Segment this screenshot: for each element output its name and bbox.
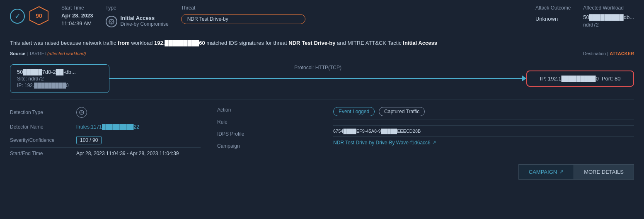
action-label: Action xyxy=(217,107,259,113)
source-section-label: Source | TARGET(affected workload) xyxy=(10,51,86,56)
type-main: Initial Access xyxy=(121,15,169,21)
idps-value-row: 6754████EF9-45A8-9█████EEECD28B xyxy=(333,126,634,137)
campaign-button[interactable]: CAMPAIGN ↗ xyxy=(518,164,574,180)
dest-section-label: Destination | ATTACKER xyxy=(583,51,634,56)
protocol-label: Protocol: xyxy=(294,65,314,71)
type-sub: Drive-by Compromise xyxy=(121,21,169,27)
idps-row: IDPS Profile xyxy=(217,128,325,140)
check-icon: ✓ xyxy=(10,9,25,24)
svg-point-3 xyxy=(111,21,112,22)
severity-label: Severity/Confidence xyxy=(10,137,76,143)
rule-label: Rule xyxy=(217,119,259,125)
attack-outcome-label: Attack Outcome xyxy=(535,5,571,11)
start-end-value: Apr 28, 2023 11:04:39 - Apr 28, 2023 11:… xyxy=(76,151,179,156)
action-column: Action Rule IDPS Profile Campaign xyxy=(201,104,325,159)
detection-type-label: Detection Type xyxy=(10,110,76,115)
footer-bar: CAMPAIGN ↗ MORE DETAILS xyxy=(10,159,634,180)
workload-name: 50█████████db... xyxy=(583,14,634,20)
start-time-val: 11:04:39 AM xyxy=(61,20,93,27)
source-name: 50█████7d0-2██-db... xyxy=(17,69,102,75)
arrow-head-icon xyxy=(522,75,526,81)
svg-point-9 xyxy=(81,112,82,113)
detector-name-value[interactable]: lIrules:1171█████████22 xyxy=(76,124,139,130)
idps-profile-value: 6754████EF9-45A8-9█████EEECD28B xyxy=(333,129,421,134)
start-end-label: Start/End Time xyxy=(10,151,76,156)
severity-value: 100 / 90 xyxy=(76,136,102,144)
campaign-link-row: NDR Test Drive-by Drive-By Wave-f1d6acc6… xyxy=(333,137,634,148)
header-row: ✓ 90 Start Time Apr 28, 2023 11:04:39 AM… xyxy=(10,5,634,33)
start-date: Apr 28, 2023 xyxy=(61,12,93,19)
affected-workload-label: Affected Workload xyxy=(583,5,634,11)
destination-box: IP: 192.1█████████0 Port: 80 xyxy=(526,71,634,87)
workload-site: ndrd72 xyxy=(583,22,634,28)
protocol-value: HTTP(TCP) xyxy=(315,65,341,71)
threat-label: Threat xyxy=(181,5,305,11)
source-box: 50█████7d0-2██-db... Site: ndrd72 IP: 19… xyxy=(10,64,109,93)
idps-label: IDPS Profile xyxy=(217,131,259,137)
badges-row: Event Logged Captured Traffic xyxy=(333,104,634,119)
mitre-framework-icon xyxy=(106,16,117,27)
details-section: Detection Type Detector Name lIrules:117… xyxy=(10,100,634,159)
severity-row: Severity/Confidence 100 / 90 xyxy=(10,133,201,148)
campaign-link[interactable]: NDR Test Drive-by Drive-By Wave-f1d6acc6… xyxy=(333,140,436,146)
more-details-button[interactable]: MORE DETAILS xyxy=(574,164,634,180)
external-link-icon: ↗ xyxy=(559,169,564,175)
detector-name-label: Detector Name xyxy=(10,124,76,130)
attack-outcome: Unknown xyxy=(535,16,571,22)
svg-text:90: 90 xyxy=(36,12,42,19)
source-ip: IP: 192.█████████0 xyxy=(17,83,102,88)
threat-badge: NDR Test Drive-by xyxy=(181,14,305,24)
detection-type-icon xyxy=(76,107,87,118)
alert-description: This alert was raised because network tr… xyxy=(10,33,634,51)
type-label: Type xyxy=(106,5,169,11)
action-row: Action xyxy=(217,104,325,116)
rule-value-row xyxy=(333,119,634,126)
results-column: Event Logged Captured Traffic 6754████EF… xyxy=(325,104,634,159)
source-site: Site: ndrd72 xyxy=(17,76,102,82)
network-diagram: 50█████7d0-2██-db... Site: ndrd72 IP: 19… xyxy=(10,60,634,100)
score-badge: 90 xyxy=(29,6,49,26)
rule-row: Rule xyxy=(217,116,325,128)
start-end-row: Start/End Time Apr 28, 2023 11:04:39 - A… xyxy=(10,148,201,159)
captured-traffic-badge: Captured Traffic xyxy=(379,107,425,116)
start-time-label: Start Time xyxy=(61,5,93,11)
detection-type-row: Detection Type xyxy=(10,104,201,121)
detection-column: Detection Type Detector Name lIrules:117… xyxy=(10,104,201,159)
detector-name-row: Detector Name lIrules:1171█████████22 xyxy=(10,121,201,133)
campaign-label: Campaign xyxy=(217,143,259,149)
dest-ip-port: IP: 192.1█████████0 Port: 80 xyxy=(535,75,625,82)
event-logged-badge: Event Logged xyxy=(333,107,375,116)
external-link-icon: ↗ xyxy=(432,140,436,145)
campaign-action-row: Campaign xyxy=(217,140,325,152)
